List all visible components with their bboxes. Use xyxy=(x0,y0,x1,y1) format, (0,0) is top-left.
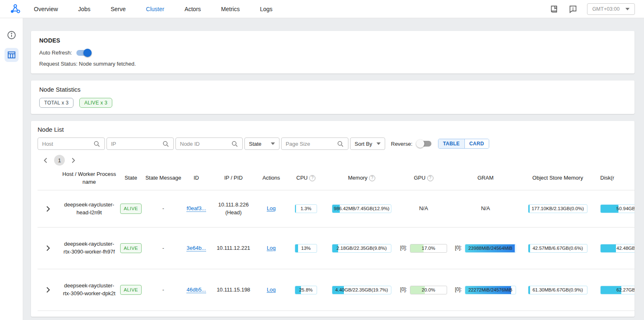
next-page-button[interactable] xyxy=(68,155,79,166)
nodes-card: NODES Auto Refresh: Request Status: Node… xyxy=(31,31,635,73)
header-gpu: GPU ? xyxy=(395,173,452,184)
help-icon[interactable]: ? xyxy=(309,175,315,181)
timezone-select[interactable]: GMT+03:00 xyxy=(587,3,635,15)
disk-usage-value: 42.48GB/19 xyxy=(616,245,635,252)
sidebar-item-node-table[interactable] xyxy=(5,48,19,62)
table-view-button[interactable]: TABLE xyxy=(438,139,464,148)
ip-filter-input[interactable]: IP xyxy=(107,137,174,150)
header-object-store: Object Store Memory xyxy=(519,173,597,184)
node-id-link[interactable]: 46db5... xyxy=(187,286,206,294)
node-id-filter-input[interactable]: Node ID xyxy=(175,137,243,150)
object-store-value: 177.10KB/2.13GB(0.0%) xyxy=(532,205,584,212)
reverse-toggle[interactable] xyxy=(417,141,431,147)
state-badge: ALIVE xyxy=(120,243,142,254)
tab-jobs[interactable]: Jobs xyxy=(78,6,90,12)
tab-logs[interactable]: Logs xyxy=(260,6,272,12)
gpu-usage-value: 20.0% xyxy=(422,287,436,294)
search-icon xyxy=(162,140,169,147)
node-id-link[interactable]: 3e64b... xyxy=(187,244,206,252)
ip-pid-cell: 10.111.8.226 (Head) xyxy=(208,199,259,218)
tab-cluster[interactable]: Cluster xyxy=(146,6,164,12)
expand-row-icon[interactable] xyxy=(46,287,50,293)
gpu-usage-bar: 17.0% xyxy=(410,244,447,253)
tab-overview[interactable]: Overview xyxy=(34,6,58,12)
state-filter-select[interactable]: State xyxy=(244,137,279,150)
total-count-chip[interactable]: TOTAL x 3 xyxy=(39,98,73,108)
gram-usage-value: 22272MiB/24576MiB xyxy=(468,287,512,294)
node-id-filter-placeholder: Node ID xyxy=(180,141,200,147)
docs-book-icon[interactable] xyxy=(549,4,559,14)
ip-sub: (Head) xyxy=(225,209,242,217)
page-number-button[interactable]: 1 xyxy=(54,155,65,166)
memory-usage-value: 4.40GB/22.35GB(19.7%) xyxy=(335,287,388,294)
help-icon[interactable]: ? xyxy=(369,175,375,181)
sort-by-select[interactable]: Sort By xyxy=(350,137,385,150)
log-link[interactable]: Log xyxy=(267,286,276,294)
state-message: - xyxy=(142,203,185,214)
state-badge: ALIVE xyxy=(120,285,142,295)
gram-usage-value: 23988MiB/24564MiB xyxy=(468,245,512,252)
log-link[interactable]: Log xyxy=(267,205,276,213)
request-status-text: Request Status: Node summary fetched. xyxy=(39,61,626,67)
prev-page-button[interactable] xyxy=(40,155,51,166)
gpu-index-label: [0]: xyxy=(400,286,407,293)
header-disk: Disk(r xyxy=(597,173,635,184)
auto-refresh-label: Auto Refresh: xyxy=(39,50,72,56)
auto-refresh-toggle[interactable] xyxy=(76,50,90,56)
header-cpu-label: CPU xyxy=(296,174,308,182)
host-filter-input[interactable]: Host xyxy=(38,137,105,150)
cpu-usage-bar: 13% xyxy=(295,244,317,253)
view-mode-toggle: TABLE CARD xyxy=(438,139,489,149)
search-icon xyxy=(93,140,100,147)
toggle-thumb xyxy=(83,49,92,57)
ip-address: 10.111.15.198 xyxy=(217,286,250,294)
expand-row-icon[interactable] xyxy=(46,245,50,251)
chevron-down-icon xyxy=(625,8,630,10)
tab-serve[interactable]: Serve xyxy=(111,6,126,12)
log-link[interactable]: Log xyxy=(267,244,276,252)
gpu-usage-value: N/A xyxy=(419,205,428,213)
memory-usage-value: 986.42MB/7.45GB(12.9%) xyxy=(334,205,390,212)
header-memory-label: Memory xyxy=(348,174,367,182)
header-host: Host / Worker Process name xyxy=(58,169,120,188)
sidebar-item-info[interactable] xyxy=(5,28,19,42)
gpu-index-label: [0]: xyxy=(400,244,407,251)
main-content: NODES Auto Refresh: Request Status: Node… xyxy=(23,18,644,320)
feedback-icon[interactable] xyxy=(568,4,578,14)
card-view-button[interactable]: CARD xyxy=(464,139,489,148)
ray-logo-icon[interactable] xyxy=(9,3,21,15)
gpu-usage-value: 17.0% xyxy=(422,245,436,252)
object-store-bar: 61.30MB/6.67GB(0.9%) xyxy=(528,286,587,294)
tab-actors[interactable]: Actors xyxy=(185,6,201,12)
disk-usage-bar: 62.27GB/19 xyxy=(600,286,635,294)
node-list-card: Node List Host IP Node ID State Page Siz… xyxy=(31,121,635,317)
header-id: ID xyxy=(185,173,208,184)
tab-metrics[interactable]: Metrics xyxy=(221,6,240,12)
expand-row-icon[interactable] xyxy=(46,206,50,212)
disk-usage-value: 50.94GB/19 xyxy=(616,205,635,212)
gram-index-label: [0]: xyxy=(455,286,462,293)
reverse-label: Reverse: xyxy=(391,141,412,147)
alive-count-chip[interactable]: ALIVE x 3 xyxy=(79,98,112,108)
node-id-link[interactable]: f0eaf3... xyxy=(187,205,206,213)
ip-address: 10.111.8.226 xyxy=(218,201,249,209)
cpu-usage-value: 25.8% xyxy=(299,287,313,294)
table-row: deepseek-raycluster-rtx-3090-worker-fh97… xyxy=(38,228,635,269)
host-name: deepseek-raycluster-head-l2n9t xyxy=(58,199,120,218)
header-state: State xyxy=(120,173,142,184)
header-ip-pid: IP / PID xyxy=(208,173,259,184)
node-table: Host / Worker Process name State State M… xyxy=(38,166,635,311)
help-icon[interactable]: ? xyxy=(427,175,433,181)
chevron-left-icon xyxy=(44,158,47,163)
page-size-placeholder: Page Size xyxy=(286,141,310,147)
memory-usage-bar: 2.18GB/22.35GB(9.8%) xyxy=(332,244,391,253)
page-size-input[interactable]: Page Size xyxy=(281,137,348,150)
state-message: - xyxy=(142,243,185,254)
search-icon xyxy=(337,140,344,147)
gram-usage-bar: 23988MiB/24564MiB xyxy=(465,244,516,253)
header-cpu: CPU ? xyxy=(283,173,329,184)
object-store-value: 61.30MB/6.67GB(0.9%) xyxy=(533,287,583,294)
state-badge: ALIVE xyxy=(120,204,142,214)
ip-address: 10.111.12.221 xyxy=(217,244,250,252)
filter-bar: Host IP Node ID State Page Size Sort By xyxy=(38,137,635,150)
